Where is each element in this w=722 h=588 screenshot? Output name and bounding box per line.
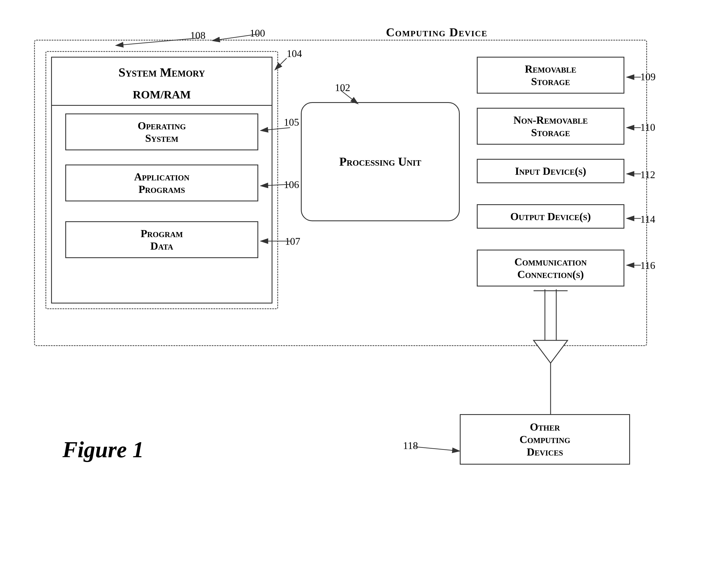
input-devices-box: Input Device(s) xyxy=(477,159,624,183)
ref-106: 106 xyxy=(284,179,299,191)
ref-109: 109 xyxy=(640,71,656,83)
figure-label: Figure 1 xyxy=(62,437,144,463)
other-computing-devices-label: OtherComputingDevices xyxy=(520,421,571,458)
rom-divider-line xyxy=(51,105,272,106)
rom-ram-label: ROM/RAM xyxy=(54,88,270,101)
ref-105: 105 xyxy=(284,116,299,128)
input-devices-label: Input Device(s) xyxy=(515,165,586,177)
application-programs-label: ApplicationPrograms xyxy=(134,171,190,195)
output-devices-box: Output Device(s) xyxy=(477,204,624,229)
application-programs-box: ApplicationPrograms xyxy=(65,165,258,202)
ref-100: 100 xyxy=(250,27,265,39)
processing-unit-box: Processing Unit xyxy=(301,102,460,221)
removable-storage-label: RemovableStorage xyxy=(525,63,576,87)
processing-unit-label: Processing Unit xyxy=(339,155,421,168)
ref-116: 116 xyxy=(640,259,655,271)
communication-connections-box: CommunicationConnection(s) xyxy=(477,250,624,287)
removable-storage-box: RemovableStorage xyxy=(477,57,624,93)
ref-112: 112 xyxy=(640,169,655,181)
non-removable-storage-label: Non-RemovableStorage xyxy=(513,114,588,139)
system-memory-title: System Memory xyxy=(54,62,270,83)
ref-107: 107 xyxy=(285,235,300,247)
ref-114: 114 xyxy=(640,213,655,225)
other-computing-devices-box: OtherComputingDevices xyxy=(460,414,630,465)
program-data-label: ProgramData xyxy=(141,228,183,252)
operating-system-box: OperatingSystem xyxy=(65,113,258,150)
computing-device-label: Computing Device xyxy=(386,25,488,39)
communication-connections-label: CommunicationConnection(s) xyxy=(515,256,587,280)
ref-104: 104 xyxy=(287,48,302,60)
non-removable-storage-box: Non-RemovableStorage xyxy=(477,108,624,145)
ref-102: 102 xyxy=(335,82,350,93)
program-data-box: ProgramData xyxy=(65,221,258,258)
svg-line-14 xyxy=(414,447,459,451)
ref-108: 108 xyxy=(190,29,205,41)
ref-110: 110 xyxy=(640,121,655,133)
ref-118: 118 xyxy=(403,440,418,451)
operating-system-label: OperatingSystem xyxy=(138,120,186,144)
output-devices-label: Output Device(s) xyxy=(510,210,591,223)
